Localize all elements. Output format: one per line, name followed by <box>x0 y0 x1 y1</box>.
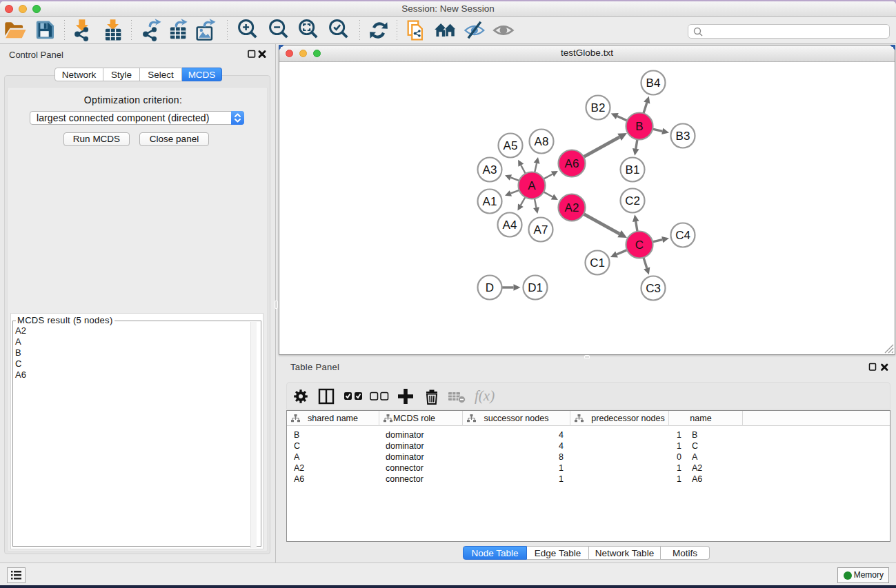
svg-text:A4: A4 <box>503 219 517 232</box>
svg-text:A3: A3 <box>483 163 497 176</box>
svg-text:A2: A2 <box>565 201 579 214</box>
svg-text:C: C <box>635 239 644 252</box>
svg-text:D1: D1 <box>528 281 543 294</box>
svg-text:A6: A6 <box>565 157 579 170</box>
svg-text:A: A <box>528 179 536 192</box>
svg-text:A1: A1 <box>483 195 497 208</box>
svg-text:A5: A5 <box>504 139 518 152</box>
svg-text:A7: A7 <box>534 223 548 236</box>
svg-text:B3: B3 <box>676 130 690 143</box>
svg-text:B1: B1 <box>626 163 640 176</box>
svg-text:B2: B2 <box>591 101 606 114</box>
svg-text:C3: C3 <box>646 282 661 295</box>
svg-text:C1: C1 <box>590 256 605 270</box>
svg-text:D: D <box>486 281 494 294</box>
svg-text:C2: C2 <box>625 194 640 207</box>
svg-text:C4: C4 <box>675 229 690 242</box>
svg-text:B: B <box>635 120 643 133</box>
svg-text:B4: B4 <box>646 77 661 90</box>
svg-text:A8: A8 <box>535 135 549 148</box>
